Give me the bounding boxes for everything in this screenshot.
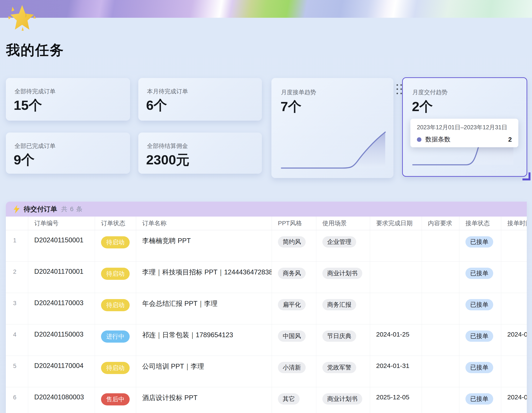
accept-time-cell[interactable] [501, 356, 527, 387]
content-req-cell[interactable] [422, 230, 459, 261]
stat-card-total-done[interactable]: 全部已完成订单 9个 [6, 133, 130, 174]
stat-label: 全部待完成订单 [15, 88, 56, 95]
accept-time-cell[interactable] [501, 230, 527, 261]
order-name-cell[interactable]: 祁连｜日常包装｜1789654123 [136, 324, 272, 356]
content-req-cell[interactable] [422, 387, 459, 413]
due-date-cell[interactable] [370, 262, 422, 293]
row-number: 4 [6, 324, 28, 356]
ppt-style-cell[interactable]: 简约风 [272, 230, 316, 261]
order-name-cell[interactable]: 李楠楠竞聘 PPT [136, 230, 272, 261]
widget-resize-handle[interactable] [522, 172, 531, 180]
order-id-cell[interactable]: D202401080003 [28, 387, 95, 413]
accept-status-cell[interactable]: 已接单 [459, 293, 501, 324]
order-status-badge: 待启动 [101, 236, 130, 248]
row-number: 6 [6, 387, 28, 413]
page-title: 我的任务 [6, 41, 64, 60]
table-row[interactable]: 6 D202401080003 售后中 酒店设计投标 PPT 其它 商业计划书 … [6, 387, 527, 413]
ppt-style-cell[interactable]: 中国风 [272, 324, 316, 356]
ppt-style-cell[interactable]: 扁平化 [272, 293, 316, 324]
accept-status-cell[interactable]: 已接单 [459, 356, 501, 387]
order-name-cell[interactable]: 年会总结汇报 PPT｜李理 [136, 293, 272, 324]
content-req-cell[interactable] [422, 324, 459, 356]
due-date-cell[interactable]: 2024-01-31 [370, 356, 422, 387]
tooltip-metric-value: 2 [508, 136, 512, 143]
order-name-cell[interactable]: 公司培训 PPT｜李理 [136, 356, 272, 387]
table-title-bar: 待交付订单 共 6 条 [6, 202, 527, 217]
table-header-row: 订单编号 订单状态 订单名称 PPT风格 使用场景 要求完成日期 内容要求 接单… [6, 217, 527, 230]
table-row[interactable]: 5 D202401170004 待启动 公司培训 PPT｜李理 小清新 党政军警… [6, 356, 527, 387]
ppt-style-cell[interactable]: 其它 [272, 387, 316, 413]
table-row[interactable]: 1 D202401150001 待启动 李楠楠竞聘 PPT 简约风 企业管理 已… [6, 230, 527, 262]
order-id-cell[interactable]: D202401170004 [28, 356, 95, 387]
accept-time-text: 2024-01 [507, 394, 527, 401]
order-name-cell[interactable]: 酒店设计投标 PPT [136, 387, 272, 413]
order-id-cell[interactable]: D202401170003 [28, 293, 95, 324]
accept-time-text: 2024-01 [507, 331, 527, 338]
stat-card-month-pending[interactable]: 本月待完成订单 6个 [138, 78, 262, 121]
order-id-cell[interactable]: D202401170001 [28, 262, 95, 293]
accept-status-cell[interactable]: 已接单 [459, 324, 501, 356]
order-status-cell[interactable]: 待启动 [95, 262, 136, 293]
col-header-ppt-style: PPT风格 [272, 217, 316, 230]
order-id-cell[interactable]: D202401150001 [28, 230, 95, 261]
table-row[interactable]: 3 D202401170003 待启动 年会总结汇报 PPT｜李理 扁平化 商务… [6, 293, 527, 324]
accept-status-cell[interactable]: 已接单 [459, 262, 501, 293]
order-status-cell[interactable]: 待启动 [95, 230, 136, 261]
stat-label: 全部待结算佣金 [147, 142, 188, 150]
scene-cell[interactable]: 节日庆典 [316, 324, 370, 356]
ppt-style-tag: 其它 [278, 393, 300, 404]
scene-tag: 商业计划书 [322, 268, 362, 279]
col-header-rownum [6, 217, 28, 230]
order-name-cell[interactable]: 李理｜科技项目招标 PPT｜1244436472838 [136, 262, 272, 293]
due-date-cell[interactable] [370, 293, 422, 324]
due-date-text: 2024-01-25 [376, 331, 409, 338]
accept-status-cell[interactable]: 已接单 [459, 230, 501, 261]
table-row[interactable]: 2 D202401170001 待启动 李理｜科技项目招标 PPT｜124443… [6, 262, 527, 293]
col-header-scene: 使用场景 [316, 217, 370, 230]
content-req-cell[interactable] [422, 262, 459, 293]
order-status-badge: 进行中 [101, 330, 130, 343]
stat-card-commission[interactable]: 全部待结算佣金 2300元 [138, 133, 262, 174]
order-status-cell[interactable]: 待启动 [95, 293, 136, 324]
pending-delivery-orders-widget: 待交付订单 共 6 条 订单编号 订单状态 订单名称 PPT风格 使用场景 要求… [6, 202, 527, 413]
stat-card-total-pending[interactable]: 全部待完成订单 15个 [6, 78, 130, 121]
due-date-cell[interactable]: 2025-12-05 [370, 387, 422, 413]
ppt-style-cell[interactable]: 小清新 [272, 356, 316, 387]
scene-cell[interactable]: 党政军警 [316, 356, 370, 387]
scene-cell[interactable]: 商业计划书 [316, 387, 370, 413]
order-status-badge: 待启动 [101, 268, 130, 280]
accept-status-cell[interactable]: 已接单 [459, 387, 501, 413]
row-number: 3 [6, 293, 28, 324]
accept-time-cell[interactable]: 2024-01 [501, 324, 527, 356]
col-header-accept-time: 接单时间 [501, 217, 527, 230]
table-row[interactable]: 4 D202401150003 进行中 祁连｜日常包装｜1789654123 中… [6, 324, 527, 356]
widget-drag-handle-icon[interactable] [396, 83, 402, 95]
lightning-icon [13, 205, 20, 213]
accept-time-cell[interactable] [501, 262, 527, 293]
due-date-cell[interactable]: 2024-01-25 [370, 324, 422, 356]
chart-label: 月度接单趋势 [281, 88, 316, 96]
accept-status-badge: 已接单 [466, 236, 493, 248]
order-status-cell[interactable]: 待启动 [95, 356, 136, 387]
accept-status-badge: 已接单 [466, 299, 493, 310]
row-number: 5 [6, 356, 28, 387]
col-header-due-date: 要求完成日期 [370, 217, 422, 230]
scene-cell[interactable]: 商务汇报 [316, 293, 370, 324]
chart-card-monthly-orders-trend[interactable]: 月度接单趋势 7个 [271, 78, 393, 178]
tooltip-metric-label: 数据条数 [425, 135, 450, 144]
accept-time-cell[interactable] [501, 293, 527, 324]
order-status-badge: 待启动 [101, 299, 130, 311]
order-id-cell[interactable]: D202401150003 [28, 324, 95, 356]
scene-tag: 节日庆典 [322, 330, 356, 342]
order-status-cell[interactable]: 进行中 [95, 324, 136, 356]
ppt-style-cell[interactable]: 商务风 [272, 262, 316, 293]
orders-trend-line-chart[interactable] [281, 131, 386, 170]
chart-value: 7个 [281, 97, 301, 116]
content-req-cell[interactable] [422, 356, 459, 387]
content-req-cell[interactable] [422, 293, 459, 324]
accept-time-cell[interactable]: 2024-01 [501, 387, 527, 413]
order-status-cell[interactable]: 售后中 [95, 387, 136, 413]
scene-cell[interactable]: 商业计划书 [316, 262, 370, 293]
scene-cell[interactable]: 企业管理 [316, 230, 370, 261]
due-date-cell[interactable] [370, 230, 422, 261]
